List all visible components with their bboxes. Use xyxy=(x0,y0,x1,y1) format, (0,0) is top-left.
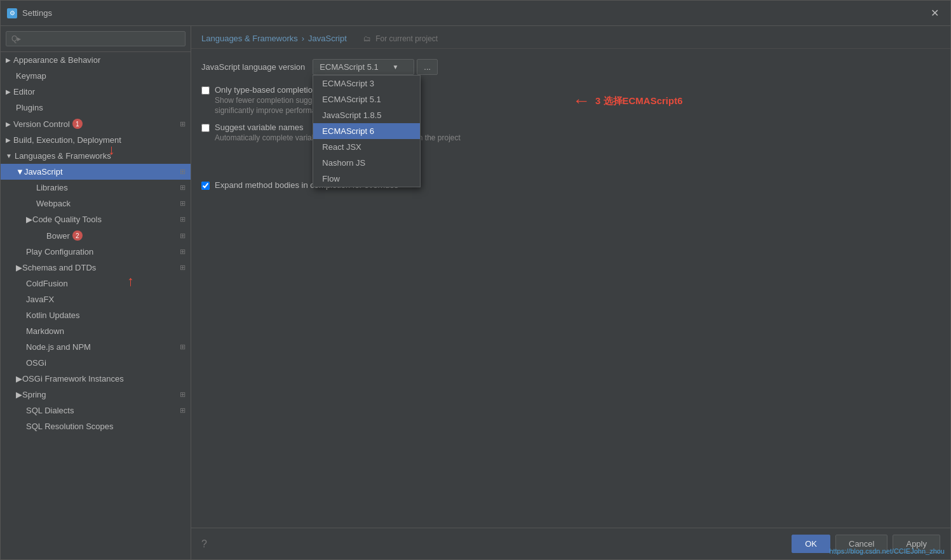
expand-arrow: ▶ xyxy=(16,390,22,399)
settings-icon: ⊞ xyxy=(180,199,185,208)
extra-options-button[interactable]: ... xyxy=(417,59,438,75)
breadcrumb-part1: Languages & Frameworks xyxy=(201,34,298,43)
sidebar-item-label: SQL Resolution Scopes xyxy=(26,422,114,431)
help-icon[interactable]: ? xyxy=(201,538,207,550)
expand-arrow: ▶ xyxy=(6,88,11,95)
sidebar-item-build[interactable]: ▶ Build, Execution, Deployment xyxy=(1,132,191,148)
window-title: Settings xyxy=(22,8,926,18)
settings-icon: ⊞ xyxy=(180,406,185,415)
badge-2: 2 xyxy=(72,230,83,241)
sidebar-item-label: Plugins xyxy=(16,103,43,112)
sidebar-item-spring[interactable]: ▶ Spring ⊞ xyxy=(1,387,191,403)
language-version-label: JavaScript language version xyxy=(201,62,305,72)
sidebar-item-label: JavaFX xyxy=(26,295,54,304)
expand-arrow: ▶ xyxy=(6,121,11,128)
sidebar-item-label: JavaScript xyxy=(24,167,63,177)
suggest-variables-checkbox[interactable] xyxy=(201,124,210,132)
sidebar-item-plugins[interactable]: Plugins xyxy=(1,100,191,116)
close-button[interactable]: ✕ xyxy=(926,4,944,22)
sidebar-item-label: OSGi Framework Instances xyxy=(22,374,124,383)
sidebar-item-label: Build, Execution, Deployment xyxy=(13,135,121,145)
ok-button[interactable]: OK xyxy=(792,535,830,553)
settings-icon: ⊞ xyxy=(180,263,185,272)
dropdown-option-flow[interactable]: Flow xyxy=(313,171,420,187)
sidebar-item-label: Kotlin Updates xyxy=(26,310,80,320)
sidebar-item-coldfusion[interactable]: ColdFusion xyxy=(1,276,191,291)
sidebar-item-label: Node.js and NPM xyxy=(26,342,91,352)
sidebar-item-code-quality[interactable]: ▶ Code Quality Tools ⊞ xyxy=(1,211,191,227)
dropdown-option-ecma6[interactable]: ECMAScript 6 xyxy=(313,123,420,139)
settings-icon: ⊞ xyxy=(180,215,185,223)
expand-arrow: ▶ xyxy=(16,374,22,383)
language-version-dropdown-container: ECMAScript 5.1 ▼ ECMAScript 3 ECMAScript… xyxy=(313,59,414,75)
sidebar-item-label: Code Quality Tools xyxy=(32,215,102,224)
expand-arrow: ▼ xyxy=(16,167,24,177)
sidebar-item-label: Bower xyxy=(46,231,70,241)
sidebar-item-bower[interactable]: Bower 2 ⊞ xyxy=(1,227,191,244)
sidebar-item-kotlin[interactable]: Kotlin Updates xyxy=(1,307,191,323)
sidebar-item-label: Webpack xyxy=(36,199,71,208)
sidebar-item-label: Version Control xyxy=(13,119,70,129)
sidebar-item-label: Libraries xyxy=(36,183,68,192)
app-icon: ⚙ xyxy=(7,8,17,18)
settings-window: ⚙ Settings ✕ ▶ Appearance & Behavior Key… xyxy=(0,0,951,560)
settings-icon: ⊞ xyxy=(180,343,185,351)
sidebar-item-keymap[interactable]: Keymap xyxy=(1,68,191,84)
settings-icon: ⊞ xyxy=(180,120,185,128)
breadcrumb-arrow: › xyxy=(302,34,304,43)
sidebar-item-label: Spring xyxy=(22,390,46,399)
expand-arrow: ▶ xyxy=(26,215,32,224)
sidebar-item-markdown[interactable]: Markdown xyxy=(1,323,191,339)
sidebar-item-webpack[interactable]: Webpack ⊞ xyxy=(1,196,191,211)
sidebar-item-javascript[interactable]: ▼ JavaScript ⊞ xyxy=(1,164,191,180)
settings-icon: ⊞ xyxy=(180,232,185,240)
sidebar-item-play[interactable]: Play Configuration ⊞ xyxy=(1,244,191,260)
breadcrumb-suffix: 🗂 For current project xyxy=(363,34,438,43)
dropdown-option-react[interactable]: React JSX xyxy=(313,139,420,155)
language-version-row: JavaScript language version ECMAScript 5… xyxy=(201,59,940,75)
sidebar-item-appearance[interactable]: ▶ Appearance & Behavior xyxy=(1,52,191,68)
sidebar-item-osgi-framework[interactable]: ▶ OSGi Framework Instances xyxy=(1,371,191,387)
breadcrumb-part2: JavaScript xyxy=(308,34,347,43)
sidebar-item-label: OSGi xyxy=(26,358,46,368)
dropdown-option-nashorn[interactable]: Nashorn JS xyxy=(313,155,420,171)
type-based-checkbox[interactable] xyxy=(201,86,210,95)
sidebar-item-label: ColdFusion xyxy=(26,279,68,288)
sidebar-item-editor[interactable]: ▶ Editor xyxy=(1,84,191,100)
panel-content: JavaScript language version ECMAScript 5… xyxy=(191,49,950,528)
dropdown-option-js185[interactable]: JavaScript 1.8.5 xyxy=(313,107,420,123)
main-content: ▶ Appearance & Behavior Keymap ▶ Editor … xyxy=(1,26,950,559)
sidebar-item-javafx[interactable]: JavaFX xyxy=(1,291,191,307)
sidebar-item-sql-dialects[interactable]: SQL Dialects ⊞ xyxy=(1,403,191,418)
annotation-text-3: 3 选择ECMAScript6 xyxy=(595,95,683,107)
sidebar-list: ▶ Appearance & Behavior Keymap ▶ Editor … xyxy=(1,52,191,559)
sidebar-item-schemas[interactable]: ▶ Schemas and DTDs ⊞ xyxy=(1,260,191,276)
language-version-dropdown[interactable]: ECMAScript 5.1 ▼ xyxy=(313,59,414,75)
sidebar-item-label: SQL Dialects xyxy=(26,406,74,415)
url-watermark: https://blog.csdn.net/CCIEJohn_zhou xyxy=(829,547,945,555)
dropdown-option-ecma3[interactable]: ECMAScript 3 xyxy=(313,76,420,91)
sidebar-item-version-control[interactable]: ▶ Version Control 1 ⊞ xyxy=(1,116,191,132)
sidebar-item-sql-resolution[interactable]: SQL Resolution Scopes xyxy=(1,418,191,434)
sidebar-item-label: Languages & Frameworks xyxy=(15,151,111,161)
breadcrumb: Languages & Frameworks › JavaScript 🗂 Fo… xyxy=(191,26,950,49)
sidebar: ▶ Appearance & Behavior Keymap ▶ Editor … xyxy=(1,26,191,559)
sidebar-item-nodejs[interactable]: Node.js and NPM ⊞ xyxy=(1,339,191,355)
sidebar-item-label: Appearance & Behavior xyxy=(13,55,100,65)
sidebar-item-label: Keymap xyxy=(16,71,46,81)
dropdown-menu: ECMAScript 3 ECMAScript 5.1 JavaScript 1… xyxy=(313,75,421,187)
sidebar-item-label: Schemas and DTDs xyxy=(22,263,96,272)
annotation-arrow-3: ← 3 选择ECMAScript6 xyxy=(572,92,683,110)
sidebar-item-label: Markdown xyxy=(26,326,64,336)
sidebar-item-osgi[interactable]: OSGi xyxy=(1,355,191,371)
sidebar-item-libraries[interactable]: Libraries ⊞ xyxy=(1,180,191,196)
expand-arrow: ▼ xyxy=(6,152,12,159)
dropdown-option-ecma5[interactable]: ECMAScript 5.1 xyxy=(313,91,420,107)
sidebar-item-languages[interactable]: ▼ Languages & Frameworks xyxy=(1,148,191,164)
chevron-down-icon: ▼ xyxy=(392,63,398,70)
main-panel: Languages & Frameworks › JavaScript 🗂 Fo… xyxy=(191,26,950,559)
badge-1: 1 xyxy=(72,119,83,129)
settings-icon: ⊞ xyxy=(180,183,185,192)
search-input[interactable] xyxy=(6,31,185,46)
expand-method-checkbox[interactable] xyxy=(201,182,210,190)
